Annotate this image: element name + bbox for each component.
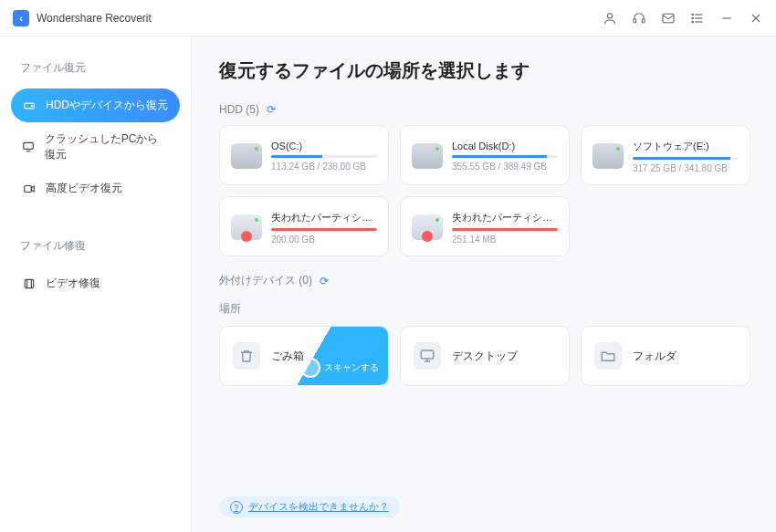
drive-card-1[interactable]: Local Disk(D:)355.55 GB / 389.49 GB <box>400 125 570 185</box>
sidebar-item-label: 高度ビデオ復元 <box>46 181 122 196</box>
drive-card-3[interactable]: 失われたパーティション 1200.00 GB <box>219 196 389 256</box>
drive-icon <box>592 143 624 169</box>
sidebar-item-2[interactable]: 高度ビデオ復元 <box>11 172 180 205</box>
drive-icon <box>231 143 262 169</box>
monitor-icon <box>22 140 36 154</box>
drive-card-0[interactable]: OS(C:)113.24 GB / 238.00 GB <box>219 125 389 185</box>
drive-name: OS(C:) <box>271 141 377 151</box>
sidebar-item-label: クラッシュしたPCから復元 <box>45 131 169 162</box>
external-count-label: 外付けデバイス (0) <box>219 273 312 288</box>
refresh-external-icon[interactable]: ⟳ <box>320 275 329 287</box>
drive-card-2[interactable]: ソフトウェア(E:)317.25 GB / 341.80 GB <box>581 125 750 185</box>
headset-icon[interactable] <box>632 11 646 26</box>
location-name: フォルダ <box>633 349 676 364</box>
svg-point-0 <box>607 13 612 17</box>
svg-point-7 <box>692 14 693 15</box>
drive-name: 失われたパーティション 2 <box>452 211 558 224</box>
titlebar: ‹ Wondershare Recoverit <box>0 0 776 37</box>
drive-size: 113.24 GB / 238.00 GB <box>271 162 377 172</box>
sidebar-section-recover: ファイル復元 <box>20 60 171 76</box>
location-group-header: 場所 <box>219 301 749 317</box>
question-icon: ? <box>230 501 243 514</box>
desktop-icon <box>414 342 441 370</box>
scan-progress-icon <box>300 358 320 378</box>
help-link[interactable]: ? デバイスを検出できませんか？ <box>219 496 400 517</box>
svg-point-8 <box>692 17 693 18</box>
sidebar-item-0[interactable]: HDDやデバイスから復元 <box>11 89 180 122</box>
sidebar-repair-item-0[interactable]: ビデオ修復 <box>11 266 180 300</box>
usage-bar <box>452 228 558 231</box>
sidebar-item-label: ビデオ修復 <box>46 276 100 291</box>
user-icon[interactable] <box>603 11 617 26</box>
drive-icon <box>412 143 443 169</box>
drive-size: 200.00 GB <box>271 235 377 245</box>
drive-name: Local Disk(D:) <box>452 141 558 151</box>
location-label: 場所 <box>219 301 241 317</box>
drive-size: 251.14 MB <box>452 235 558 245</box>
drive-name: 失われたパーティション 1 <box>271 211 377 224</box>
main-panel: 復元するファイルの場所を選択します HDD (5) ⟳ OS(C:)113.24… <box>192 37 776 532</box>
svg-rect-21 <box>421 350 434 359</box>
list-icon[interactable] <box>690 11 705 26</box>
usage-bar <box>271 155 377 158</box>
minimize-icon[interactable] <box>719 11 734 26</box>
location-name: デスクトップ <box>452 349 518 364</box>
drive-card-4[interactable]: 失われたパーティション 2251.14 MB <box>400 196 570 256</box>
sidebar-section-repair: ファイル修復 <box>20 238 171 254</box>
location-card-1[interactable]: デスクトップ <box>400 326 570 386</box>
usage-bar <box>271 228 377 231</box>
drive-size: 317.25 GB / 341.80 GB <box>633 163 739 173</box>
svg-rect-2 <box>642 18 645 22</box>
titlebar-controls <box>603 11 763 26</box>
mail-icon[interactable] <box>661 11 676 26</box>
close-icon[interactable] <box>749 11 763 26</box>
location-name: ごみ箱 <box>271 349 304 364</box>
refresh-hdd-icon[interactable]: ⟳ <box>267 103 276 116</box>
drive-name: ソフトウェア(E:) <box>633 140 739 153</box>
drive-icon <box>412 214 443 240</box>
sidebar-item-1[interactable]: クラッシュしたPCから復元 <box>11 122 180 172</box>
usage-bar <box>633 157 739 160</box>
location-card-2[interactable]: フォルダ <box>581 326 750 386</box>
page-title: 復元するファイルの場所を選択します <box>219 58 749 83</box>
help-text: デバイスを検出できませんか？ <box>248 500 389 514</box>
drive-size: 355.55 GB / 389.49 GB <box>452 162 558 172</box>
svg-rect-18 <box>25 279 33 287</box>
hdd-count-label: HDD (5) <box>219 103 259 116</box>
sidebar: ファイル復元 HDDやデバイスから復元クラッシュしたPCから復元高度ビデオ復元 … <box>0 37 192 532</box>
film-icon <box>22 276 37 291</box>
usage-bar <box>452 155 558 158</box>
svg-point-14 <box>31 105 32 106</box>
trash-icon <box>233 342 260 370</box>
external-group-header: 外付けデバイス (0) ⟳ <box>219 273 749 288</box>
drive-icon <box>22 99 37 113</box>
scan-button[interactable]: スキャンする <box>300 358 379 378</box>
svg-rect-15 <box>24 142 34 149</box>
video-icon <box>22 182 37 196</box>
svg-point-9 <box>692 21 693 22</box>
folder-icon <box>594 342 622 370</box>
svg-rect-17 <box>25 185 32 192</box>
scan-label: スキャンする <box>324 361 379 374</box>
app-title: Wondershare Recoverit <box>37 12 152 25</box>
sidebar-item-label: HDDやデバイスから復元 <box>46 98 168 113</box>
svg-rect-1 <box>634 18 636 22</box>
hdd-group-header: HDD (5) ⟳ <box>219 103 749 116</box>
svg-rect-3 <box>663 14 674 22</box>
app-logo-icon: ‹ <box>13 10 29 26</box>
drive-icon <box>231 214 262 240</box>
location-card-0[interactable]: ごみ箱スキャンする <box>219 326 389 386</box>
